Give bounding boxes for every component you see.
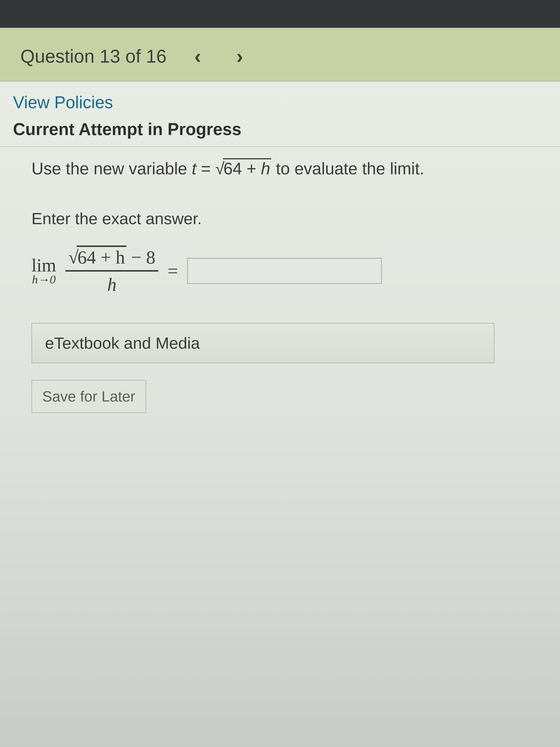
question-content: Use the new variable t = √64 + h to eval… — [0, 158, 560, 413]
question-prompt: Use the new variable t = √64 + h to eval… — [31, 158, 547, 180]
fraction-denominator: h — [107, 272, 116, 295]
chevron-left-icon: ‹ — [194, 45, 201, 68]
lim-label: lim — [31, 256, 56, 274]
divider — [0, 146, 560, 147]
lim-approach: h→0 — [32, 274, 56, 285]
equals-sign: = — [196, 159, 215, 178]
next-question-button[interactable]: › — [229, 45, 250, 68]
etextbook-media-button[interactable]: eTextbook and Media — [31, 323, 495, 363]
numerator-tail: − 8 — [127, 247, 155, 267]
numerator-radicand: 64 + h — [77, 246, 126, 267]
attempt-status: Current Attempt in Progress — [0, 120, 560, 146]
limit-expression-row: lim h→0 √64 + h − 8 h = — [31, 247, 547, 295]
question-header: Question 13 of 16 ‹ › — [0, 28, 560, 81]
fraction: √64 + h − 8 h — [65, 247, 158, 295]
fraction-numerator: √64 + h − 8 — [65, 247, 158, 270]
limit-operator: lim h→0 — [31, 256, 56, 285]
prev-question-button[interactable]: ‹ — [187, 45, 209, 68]
prompt-text-post: to evaluate the limit. — [271, 159, 424, 178]
save-for-later-button[interactable]: Save for Later — [31, 380, 146, 413]
question-card: View Policies Current Attempt in Progres… — [0, 81, 560, 635]
instruction-text: Enter the exact answer. — [31, 209, 547, 228]
equals-sign: = — [167, 260, 178, 282]
radicand-64plus: 64 + — [223, 159, 261, 178]
chevron-right-icon: › — [236, 45, 243, 68]
question-title: Question 13 of 16 — [20, 46, 166, 67]
answer-input[interactable] — [187, 258, 382, 284]
prompt-text-pre: Use the new variable — [31, 159, 192, 178]
window-topbar — [0, 0, 560, 28]
fraction-bar — [65, 270, 158, 272]
radicand-inline: 64 + h — [223, 158, 271, 178]
variable-t: t — [192, 159, 196, 178]
radicand-h: h — [261, 159, 270, 178]
view-policies-link[interactable]: View Policies — [0, 81, 126, 120]
